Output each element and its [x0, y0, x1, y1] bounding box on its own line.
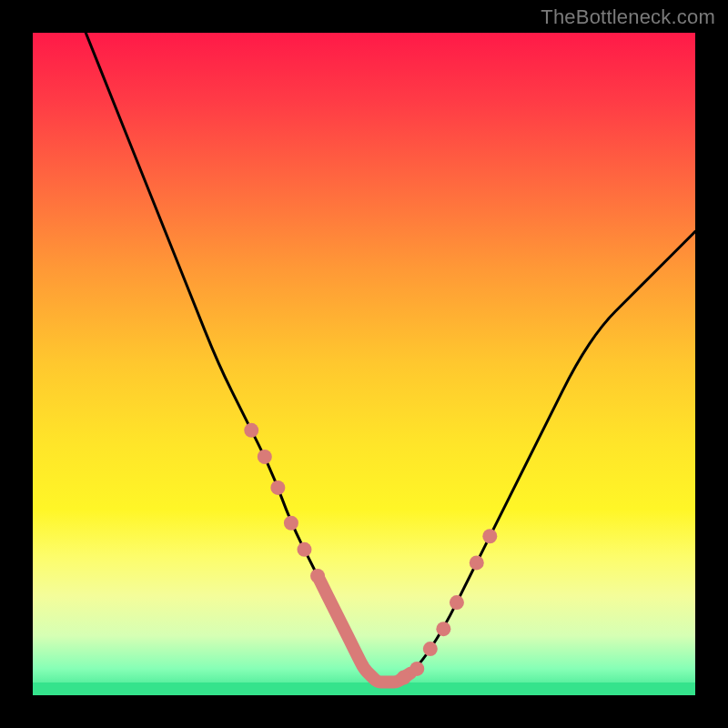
- curve-dot: [310, 569, 325, 583]
- plot-area: [33, 33, 695, 695]
- curve-group: [86, 33, 695, 685]
- curve-dot: [423, 642, 438, 656]
- curve-dot: [297, 542, 311, 557]
- curve-dot: [244, 423, 258, 438]
- bottleneck-curve-svg: [33, 33, 695, 695]
- chart-frame: TheBottleneck.com: [0, 0, 728, 728]
- curve-dots: [244, 423, 497, 685]
- curve-dot: [270, 480, 285, 495]
- curve-dot: [397, 671, 411, 685]
- curve-dot: [450, 595, 464, 610]
- curve-dot: [436, 622, 450, 636]
- watermark-text: TheBottleneck.com: [541, 5, 715, 29]
- curve-dot: [470, 555, 484, 570]
- curve-dot: [482, 529, 497, 543]
- curve-dot: [258, 450, 272, 464]
- curve-dot: [410, 662, 424, 676]
- curve-dot: [284, 516, 298, 531]
- valley-band: [318, 576, 410, 682]
- bottleneck-curve-path: [86, 33, 695, 682]
